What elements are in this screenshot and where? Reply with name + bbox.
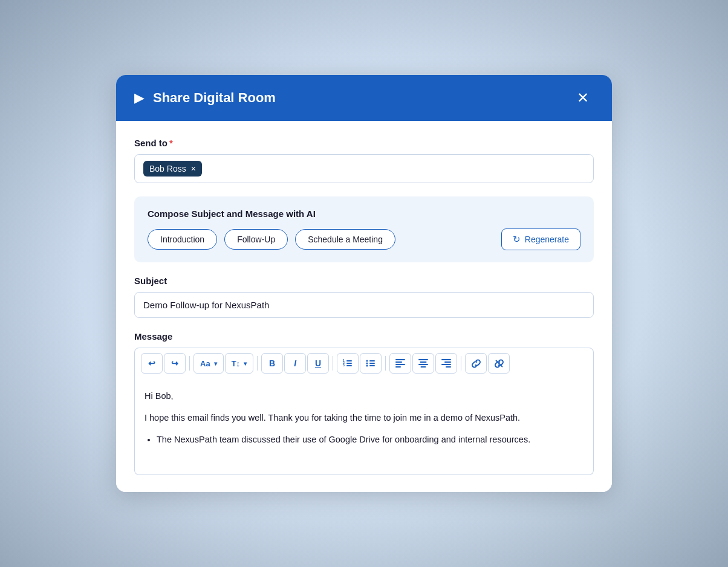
toolbar-separator-3 — [333, 356, 333, 371]
svg-rect-13 — [395, 361, 402, 363]
bullet-list: The NexusPath team discussed their use o… — [157, 433, 583, 447]
svg-rect-18 — [418, 364, 428, 365]
bold-button[interactable]: B — [261, 353, 283, 374]
align-right-button[interactable] — [435, 353, 457, 374]
align-left-button[interactable] — [389, 353, 411, 374]
modal-header: ▶ Share Digital Room ✕ — [116, 75, 612, 121]
text-size-label: T↕ — [232, 359, 240, 368]
font-size-chevron: ▾ — [214, 360, 217, 367]
svg-rect-14 — [395, 364, 405, 365]
svg-rect-2 — [346, 365, 352, 366]
toolbar-separator-4 — [385, 356, 386, 371]
modal-header-left: ▶ Share Digital Room — [134, 90, 276, 106]
svg-point-11 — [366, 365, 368, 367]
redo-button[interactable]: ↪ — [164, 353, 186, 374]
toolbar-separator-1 — [189, 356, 190, 371]
italic-button[interactable]: I — [284, 353, 306, 374]
recipients-input[interactable]: Bob Ross × — [134, 154, 594, 183]
bullet-item-1: The NexusPath team discussed their use o… — [157, 433, 583, 447]
outer-background: ▶ Share Digital Room ✕ Send to* Bob Ross… — [0, 0, 728, 567]
regenerate-button[interactable]: ↻ Regenerate — [501, 228, 580, 250]
remove-recipient-button[interactable]: × — [191, 164, 196, 173]
subject-field: Subject — [134, 276, 594, 318]
modal-dialog: ▶ Share Digital Room ✕ Send to* Bob Ross… — [116, 75, 612, 492]
required-indicator: * — [169, 138, 173, 148]
regenerate-icon: ↻ — [513, 234, 521, 245]
svg-rect-16 — [418, 359, 428, 360]
follow-up-button[interactable]: Follow-Up — [224, 229, 288, 250]
svg-rect-7 — [369, 363, 375, 364]
font-size-button[interactable]: Aa ▾ — [193, 353, 224, 374]
svg-point-10 — [366, 363, 368, 364]
schedule-meeting-button[interactable]: Schedule a Meeting — [295, 229, 395, 250]
link-button[interactable] — [465, 353, 487, 374]
svg-rect-17 — [420, 361, 427, 363]
ai-compose-section: Compose Subject and Message with AI Intr… — [134, 196, 594, 262]
send-to-field: Send to* Bob Ross × — [134, 138, 594, 183]
underline-button[interactable]: U — [307, 353, 329, 374]
svg-point-9 — [366, 360, 368, 362]
message-editor[interactable]: Hi Bob, I hope this email finds you well… — [134, 378, 594, 475]
recipient-tag: Bob Ross × — [143, 161, 202, 177]
text-size-chevron: ▾ — [244, 360, 247, 367]
svg-rect-19 — [421, 366, 426, 368]
unordered-list-button[interactable] — [360, 353, 382, 374]
font-size-label: Aa — [200, 359, 210, 368]
svg-rect-15 — [395, 366, 401, 368]
toolbar-separator-2 — [257, 356, 258, 371]
message-label: Message — [134, 331, 594, 342]
subject-input[interactable] — [134, 292, 594, 318]
svg-rect-8 — [369, 365, 375, 366]
recipient-name: Bob Ross — [149, 164, 186, 173]
svg-rect-22 — [441, 364, 451, 365]
ai-compose-buttons: Introduction Follow-Up Schedule a Meetin… — [148, 228, 580, 250]
undo-button[interactable]: ↩ — [141, 353, 163, 374]
introduction-button[interactable]: Introduction — [148, 229, 217, 250]
svg-rect-23 — [446, 366, 451, 368]
align-center-button[interactable] — [412, 353, 434, 374]
svg-rect-0 — [346, 360, 352, 361]
svg-rect-12 — [395, 359, 405, 360]
svg-rect-21 — [444, 361, 451, 363]
svg-rect-6 — [369, 360, 375, 361]
subject-label: Subject — [134, 276, 594, 286]
unlink-button[interactable] — [488, 353, 510, 374]
body-line-1: I hope this email finds you well. Thank … — [145, 411, 583, 426]
send-to-label: Send to* — [134, 138, 594, 148]
modal-body: Send to* Bob Ross × Compose Subject and … — [116, 121, 612, 492]
ordered-list-button[interactable]: 1.2.3. — [337, 353, 359, 374]
send-icon: ▶ — [134, 90, 145, 106]
toolbar-separator-5 — [461, 356, 461, 371]
message-field: Message ↩ ↪ Aa ▾ T↕ ▾ B I — [134, 331, 594, 475]
editor-toolbar: ↩ ↪ Aa ▾ T↕ ▾ B I U — [134, 348, 594, 378]
close-button[interactable]: ✕ — [572, 88, 594, 108]
svg-rect-1 — [346, 363, 352, 364]
svg-text:3.: 3. — [343, 363, 346, 367]
ai-compose-title: Compose Subject and Message with AI — [148, 209, 580, 219]
svg-rect-20 — [441, 359, 451, 360]
modal-title: Share Digital Room — [153, 90, 276, 106]
regenerate-label: Regenerate — [525, 235, 569, 244]
text-size-button[interactable]: T↕ ▾ — [225, 353, 253, 374]
greeting-line: Hi Bob, — [145, 389, 583, 404]
